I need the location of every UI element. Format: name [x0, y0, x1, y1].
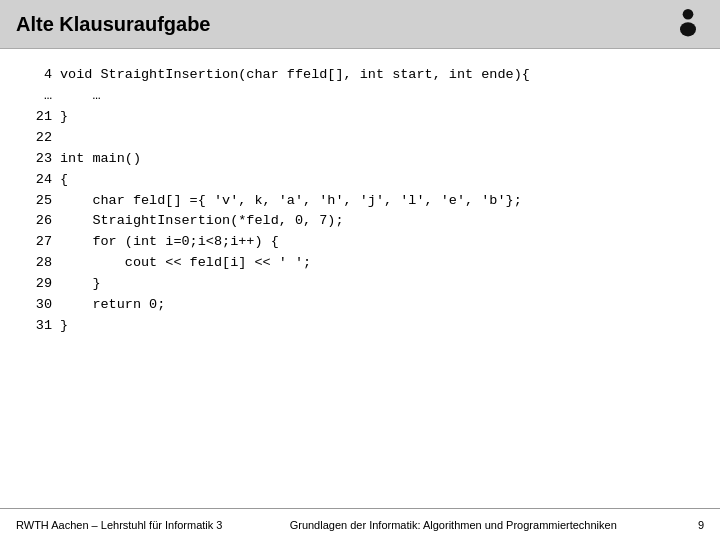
footer: RWTH Aachen – Lehrstuhl für Informatik 3… [0, 508, 720, 540]
line-num-30: 30 [24, 295, 52, 316]
line-code-22 [60, 128, 68, 149]
code-line-27: 27 for (int i=0;i<8;i++) { [24, 232, 696, 253]
line-code-30: return 0; [60, 295, 165, 316]
footer-institution: RWTH Aachen – Lehrstuhl für Informatik 3 [16, 519, 222, 531]
line-code-24: { [60, 170, 68, 191]
code-line-21: 21 } [24, 107, 696, 128]
code-line-22: 22 [24, 128, 696, 149]
line-code-23: int main() [60, 149, 141, 170]
line-num-23: 23 [24, 149, 52, 170]
code-line-29: 29 } [24, 274, 696, 295]
page-container: Alte Klausuraufgabe 4 void StraightInser… [0, 0, 720, 540]
line-num-31: 31 [24, 316, 52, 337]
svg-point-0 [683, 9, 694, 20]
line-code-29: } [60, 274, 101, 295]
person-icon [672, 8, 704, 40]
main-content: 4 void StraightInsertion(char ffeld[], i… [0, 49, 720, 508]
header: Alte Klausuraufgabe [0, 0, 720, 49]
code-line-26: 26 StraightInsertion(*feld, 0, 7); [24, 211, 696, 232]
line-num-29: 29 [24, 274, 52, 295]
line-num-25: 25 [24, 191, 52, 212]
code-line-23: 23 int main() [24, 149, 696, 170]
line-code-21: } [60, 107, 68, 128]
line-code-26: StraightInsertion(*feld, 0, 7); [60, 211, 344, 232]
footer-page: 9 [684, 519, 704, 531]
footer-course: Grundlagen der Informatik: Algorithmen u… [222, 519, 684, 531]
line-code-25: char feld[] ={ 'v', k, 'a', 'h', 'j', 'l… [60, 191, 522, 212]
line-num-24: 24 [24, 170, 52, 191]
line-code-28: cout << feld[i] << ' '; [60, 253, 311, 274]
code-line-30: 30 return 0; [24, 295, 696, 316]
code-line-ellipsis1: … … [24, 86, 696, 107]
informatik-icon [672, 8, 704, 40]
code-block: 4 void StraightInsertion(char ffeld[], i… [24, 65, 696, 337]
line-num-ellipsis1: … [24, 86, 52, 107]
code-line-31: 31 } [24, 316, 696, 337]
line-code-31: } [60, 316, 68, 337]
code-line-24: 24 { [24, 170, 696, 191]
page-title: Alte Klausuraufgabe [16, 13, 210, 36]
code-line-28: 28 cout << feld[i] << ' '; [24, 253, 696, 274]
line-num-26: 26 [24, 211, 52, 232]
code-line-25: 25 char feld[] ={ 'v', k, 'a', 'h', 'j',… [24, 191, 696, 212]
line-code-4: void StraightInsertion(char ffeld[], int… [60, 65, 530, 86]
line-num-28: 28 [24, 253, 52, 274]
line-code-ellipsis1: … [60, 86, 101, 107]
code-line-4: 4 void StraightInsertion(char ffeld[], i… [24, 65, 696, 86]
line-code-27: for (int i=0;i<8;i++) { [60, 232, 279, 253]
svg-point-1 [680, 22, 696, 36]
line-num-4: 4 [24, 65, 52, 86]
line-num-21: 21 [24, 107, 52, 128]
line-num-27: 27 [24, 232, 52, 253]
line-num-22: 22 [24, 128, 52, 149]
